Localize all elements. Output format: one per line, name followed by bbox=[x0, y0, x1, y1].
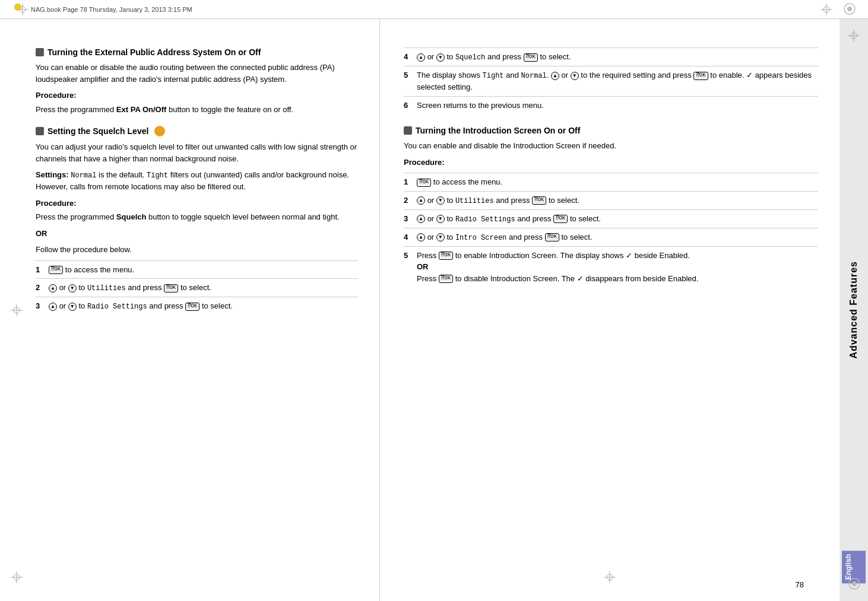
crosshair-bottom-center bbox=[604, 571, 616, 583]
btn-down-intro-4: ▼ bbox=[436, 233, 445, 241]
svg-point-3 bbox=[14, 4, 21, 11]
crosshair-sidebar-top bbox=[848, 30, 860, 42]
squelch-mono-step4: Squelch bbox=[455, 53, 485, 62]
step-5: 5 The display shows Tight and Normal. ▲ … bbox=[404, 66, 818, 96]
or-label-5: OR bbox=[417, 262, 429, 271]
intro-step-5: 5 Press ⁇OK to enable Introduction Scree… bbox=[404, 246, 818, 288]
btn-up-intro-3: ▲ bbox=[417, 215, 425, 223]
btn-down-step4: ▼ bbox=[436, 53, 445, 62]
btn-down-step2: ▼ bbox=[68, 284, 77, 292]
btn-ok-step3: ⁇OK bbox=[185, 303, 199, 311]
step-2-content: ▲ or ▼ to Utilities and press ⁇OK to sel… bbox=[49, 282, 358, 294]
btn-up-intro-2: ▲ bbox=[417, 196, 425, 205]
section-intro-heading: Turning the Introduction Screen On or Of… bbox=[404, 126, 818, 135]
btn-ok-intro-1: ⁇OK bbox=[417, 179, 431, 187]
page-container: NAG.book Page 78 Thursday, January 3, 20… bbox=[0, 0, 868, 601]
btn-down-intro-2: ▼ bbox=[436, 196, 445, 205]
intro-step-3-content: ▲ or ▼ to Radio Settings and press ⁇OK t… bbox=[417, 213, 818, 225]
intro-step-4: 4 ▲ or ▼ to Intro Screen and press ⁇OK t… bbox=[404, 228, 818, 246]
section-squelch-heading: Setting the Squelch Level bbox=[36, 126, 358, 136]
section-ext-pa-title: Turning the External Public Address Syst… bbox=[47, 47, 261, 57]
intro-step-4-content: ▲ or ▼ to Intro Screen and press ⁇OK to … bbox=[417, 231, 818, 243]
intro-step-3: 3 ▲ or ▼ to Radio Settings and press ⁇OK… bbox=[404, 209, 818, 228]
section-icon-ext-pa bbox=[36, 48, 44, 56]
section-icon-intro bbox=[404, 126, 412, 135]
section-intro-body: You can enable and disable the Introduct… bbox=[404, 140, 818, 152]
section-squelch-proc-body2: Follow the procedure below. bbox=[36, 244, 358, 256]
deco-circle-top-right bbox=[843, 2, 856, 15]
section-ext-pa: Turning the External Public Address Syst… bbox=[36, 47, 358, 115]
tight-mono: Tight bbox=[147, 171, 168, 180]
section-ext-pa-proc-body: Press the programmed Ext PA On/Off butto… bbox=[36, 104, 358, 116]
section-intro-title: Turning the Introduction Screen On or Of… bbox=[416, 126, 580, 135]
right-column: 4 ▲ or ▼ to Squelch and press ⁇OK to sel… bbox=[380, 19, 840, 601]
crosshair-top-right bbox=[821, 4, 832, 15]
step-num-5: 5 bbox=[404, 69, 413, 81]
btn-up-intro-4: ▲ bbox=[417, 233, 425, 241]
btn-up-step3: ▲ bbox=[49, 303, 57, 311]
settings-label: Settings: bbox=[36, 170, 71, 179]
intro-step-1-content: ⁇OK to access the menu. bbox=[417, 176, 818, 188]
step-6-content: Screen returns to the previous menu. bbox=[417, 100, 818, 112]
section-squelch-body: You can adjust your radio's squelch leve… bbox=[36, 141, 358, 164]
right-sidebar: Advanced Features English bbox=[840, 19, 868, 601]
squelch-icon-orange bbox=[154, 126, 165, 136]
section-intro-screen: Turning the Introduction Screen On or Of… bbox=[404, 126, 818, 287]
step-1-text: to access the menu. bbox=[65, 265, 134, 274]
btn-down-5: ▼ bbox=[571, 72, 579, 80]
introscreen-mono-4: Intro Screen bbox=[455, 234, 506, 242]
step-3-content: ▲ or ▼ to Radio Settings and press ⁇OK t… bbox=[49, 300, 358, 312]
btn-down-intro-3: ▼ bbox=[436, 215, 445, 223]
squelch-steps-continued: 4 ▲ or ▼ to Squelch and press ⁇OK to sel… bbox=[404, 47, 818, 114]
section-squelch-title: Setting the Squelch Level bbox=[47, 126, 148, 136]
intro-step-2: 2 ▲ or ▼ to Utilities and press ⁇OK to s… bbox=[404, 191, 818, 209]
main-layout: Turning the External Public Address Syst… bbox=[0, 19, 868, 601]
intro-step-num-2: 2 bbox=[404, 195, 413, 206]
sidebar-chapter-label: Advanced Features bbox=[848, 261, 859, 359]
intro-steps: 1 ⁇OK to access the menu. 2 ▲ or ▼ bbox=[404, 173, 818, 287]
step-num-6: 6 bbox=[404, 100, 413, 112]
section-icon-squelch bbox=[36, 127, 44, 135]
utilities-mono-step2: Utilities bbox=[87, 284, 126, 292]
page-number: 78 bbox=[796, 580, 804, 589]
section-squelch-settings: Settings: Normal is the default. Tight f… bbox=[36, 169, 358, 193]
step-6: 6 Screen returns to the previous menu. bbox=[404, 96, 818, 115]
step-3: 3 ▲ or ▼ to Radio Settings and press ⁇OK… bbox=[36, 297, 358, 315]
btn-ok-intro-3: ⁇OK bbox=[553, 215, 568, 223]
section-ext-pa-proc-label: Procedure: bbox=[36, 90, 358, 101]
step-4-content: ▲ or ▼ to Squelch and press ⁇OK to selec… bbox=[417, 51, 818, 63]
normal-mono: Normal bbox=[71, 171, 96, 180]
topbar-text: NAG.book Page 78 Thursday, January 3, 20… bbox=[31, 6, 192, 13]
btn-ok-step1: ⁇OK bbox=[49, 266, 63, 274]
deco-circle-sidebar-bottom bbox=[848, 577, 861, 590]
section-intro-proc-label: Procedure: bbox=[404, 157, 818, 168]
step-num-3: 3 bbox=[36, 300, 45, 312]
step-1-content: ⁇OK to access the menu. bbox=[49, 264, 358, 276]
step-1: 1 ⁇OK to access the menu. bbox=[36, 260, 358, 279]
btn-ok-intro-4: ⁇OK bbox=[545, 233, 559, 241]
crosshair-left-mid bbox=[11, 304, 23, 316]
btn-ok-5: ⁇OK bbox=[693, 72, 708, 80]
step-num-2: 2 bbox=[36, 282, 45, 294]
section-squelch-proc-label: Procedure: bbox=[36, 198, 358, 209]
btn-down-step3: ▼ bbox=[68, 303, 77, 311]
intro-step-5-row: 5 Press ⁇OK to enable Introduction Scree… bbox=[404, 250, 698, 285]
section-ext-pa-body: You can enable or disable the audio rout… bbox=[36, 62, 358, 85]
tight-mono-5: Tight bbox=[483, 72, 504, 80]
crosshair-bottom-left bbox=[11, 571, 23, 583]
step-num-1: 1 bbox=[36, 264, 45, 276]
btn-up-step4: ▲ bbox=[417, 53, 425, 62]
appears-text: appears bbox=[755, 71, 783, 80]
utilities-mono-intro-2: Utilities bbox=[455, 197, 494, 205]
step-num-4: 4 bbox=[404, 51, 413, 63]
intro-step-num-1: 1 bbox=[404, 176, 413, 188]
normal-mono-5: Normal bbox=[521, 72, 547, 80]
step-5-content: The display shows Tight and Normal. ▲ or… bbox=[417, 69, 818, 93]
section-squelch: Setting the Squelch Level You can adjust… bbox=[36, 126, 358, 315]
intro-step-5-content: Press ⁇OK to enable Introduction Screen.… bbox=[417, 250, 698, 285]
svg-point-22 bbox=[852, 581, 857, 586]
intro-step-num-4: 4 bbox=[404, 231, 413, 243]
section-squelch-or: OR bbox=[36, 228, 358, 240]
intro-step-1: 1 ⁇OK to access the menu. bbox=[404, 173, 818, 191]
squelch-steps: 1 ⁇OK to access the menu. 2 ▲ or ▼ bbox=[36, 260, 358, 316]
